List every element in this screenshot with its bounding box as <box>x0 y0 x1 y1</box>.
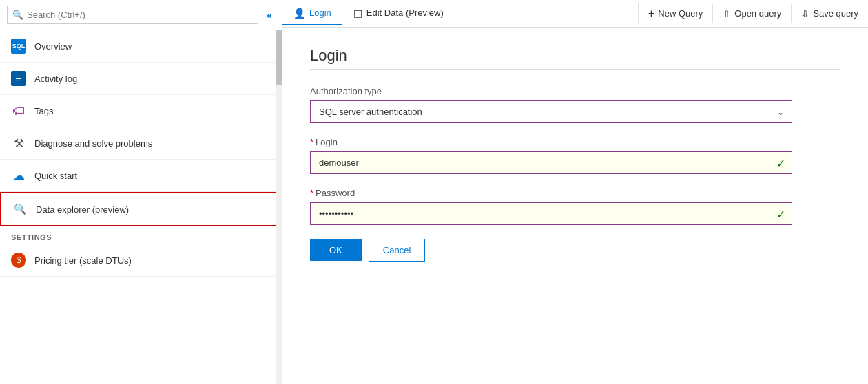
ok-button[interactable]: OK <box>310 239 362 261</box>
search-icon: 🔍 <box>12 10 23 20</box>
collapse-button[interactable]: « <box>264 10 275 21</box>
tab-login[interactable]: 👤 Login <box>282 2 342 25</box>
password-check-icon: ✓ <box>776 207 785 220</box>
settings-section-header: SETTINGS <box>0 226 282 244</box>
quickstart-icon: ☁ <box>11 168 26 183</box>
plus-icon: + <box>648 8 654 20</box>
sidebar-item-pricing-tier[interactable]: $ Pricing tier (scale DTUs) <box>0 244 282 277</box>
tab-login-label: Login <box>309 8 331 18</box>
sidebar-nav: SQL Overview ☰ Activity log 🏷 Tags ⚒ Dia… <box>0 30 282 384</box>
sidebar-item-data-explorer-label: Data explorer (preview) <box>36 204 129 215</box>
sidebar-item-tags-label: Tags <box>34 106 53 116</box>
login-required-star: * <box>310 137 313 147</box>
login-label: *Login <box>310 137 840 147</box>
new-query-label: New Query <box>658 8 703 19</box>
page-divider <box>310 69 840 70</box>
sidebar-item-quick-start[interactable]: ☁ Quick start <box>0 160 282 192</box>
cancel-button[interactable]: Cancel <box>369 239 425 262</box>
auth-type-select[interactable]: SQL server authentication Active Directo… <box>310 100 792 123</box>
download-icon: ⇩ <box>801 8 809 19</box>
sidebar-item-pricing-tier-label: Pricing tier (scale DTUs) <box>34 255 132 266</box>
password-group: *Password ✓ <box>310 188 840 225</box>
diagnose-icon: ⚒ <box>11 136 26 151</box>
upload-icon: ⇧ <box>723 8 731 19</box>
password-input-wrap: ✓ <box>310 202 792 225</box>
sidebar-item-activity-log[interactable]: ☰ Activity log <box>0 63 282 95</box>
sidebar-item-data-explorer[interactable]: 🔍 Data explorer (preview) <box>0 192 282 226</box>
password-required-star: * <box>310 188 313 198</box>
sidebar-item-overview[interactable]: SQL Overview <box>0 30 282 63</box>
login-input-wrap: ✓ <box>310 151 792 174</box>
login-input[interactable] <box>310 151 792 174</box>
open-query-button[interactable]: ⇧ Open query <box>712 4 791 23</box>
tags-icon: 🏷 <box>11 103 26 118</box>
sidebar-item-overview-label: Overview <box>34 41 72 52</box>
login-group: *Login ✓ <box>310 137 840 174</box>
pricing-icon: $ <box>11 253 26 268</box>
sidebar: 🔍 « SQL Overview ☰ Activity log 🏷 Tags ⚒… <box>0 0 282 384</box>
password-input[interactable] <box>310 202 792 225</box>
auth-type-label: Authorization type <box>310 86 840 96</box>
sidebar-item-tags[interactable]: 🏷 Tags <box>0 95 282 127</box>
sidebar-item-quick-start-label: Quick start <box>34 171 77 181</box>
sidebar-item-activity-log-label: Activity log <box>34 74 77 84</box>
sidebar-item-diagnose-label: Diagnose and solve problems <box>34 138 152 149</box>
sidebar-item-diagnose[interactable]: ⚒ Diagnose and solve problems <box>0 127 282 160</box>
new-query-button[interactable]: + New Query <box>638 3 712 24</box>
save-query-label: Save query <box>813 8 858 19</box>
search-input[interactable] <box>7 6 258 24</box>
password-label: *Password <box>310 188 840 198</box>
check-icon: ✓ <box>776 156 785 169</box>
person-icon: 👤 <box>293 8 305 19</box>
table-icon: ◫ <box>353 8 362 19</box>
tab-edit-data[interactable]: ◫ Edit Data (Preview) <box>342 2 455 25</box>
save-query-button[interactable]: ⇩ Save query <box>791 4 868 23</box>
dataexplorer-icon: 🔍 <box>12 202 28 217</box>
open-query-label: Open query <box>734 8 781 19</box>
auth-type-select-wrapper: SQL server authentication Active Directo… <box>310 100 792 123</box>
main-content: 👤 Login ◫ Edit Data (Preview) + New Quer… <box>282 0 868 384</box>
search-bar: 🔍 « <box>0 0 282 30</box>
page-title: Login <box>310 47 840 65</box>
form-area: Login Authorization type SQL server auth… <box>282 28 868 384</box>
auth-type-group: Authorization type SQL server authentica… <box>310 86 840 123</box>
form-buttons: OK Cancel <box>310 239 840 262</box>
tab-edit-data-label: Edit Data (Preview) <box>366 8 444 18</box>
sql-icon: SQL <box>11 39 26 54</box>
tab-bar: 👤 Login ◫ Edit Data (Preview) + New Quer… <box>282 0 868 28</box>
activity-icon: ☰ <box>11 71 26 86</box>
